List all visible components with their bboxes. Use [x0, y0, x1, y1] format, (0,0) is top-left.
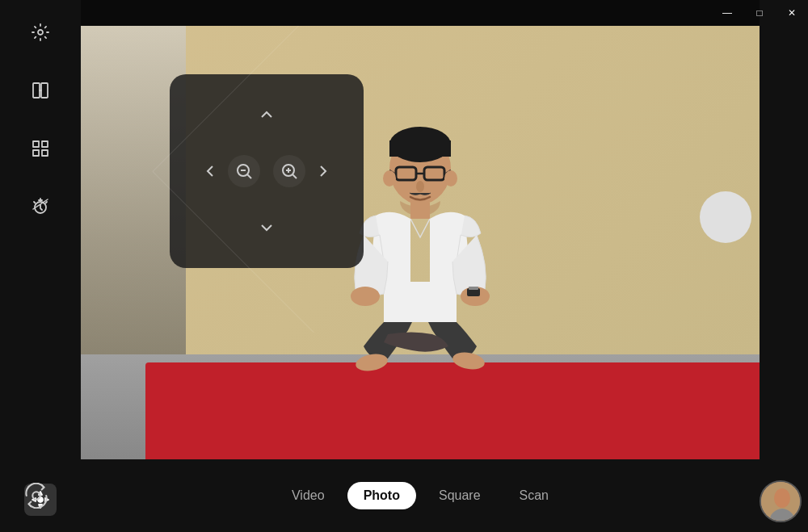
photo-thumbnail[interactable] — [760, 480, 802, 522]
timer-icon[interactable] — [24, 191, 57, 223]
bottom-bar: Video Photo Square Scan — [81, 459, 760, 532]
zoom-out-button[interactable] — [228, 155, 260, 187]
minimize-button[interactable]: — — [711, 0, 743, 26]
dpad-control[interactable] — [170, 74, 364, 268]
sidebar — [0, 0, 81, 532]
viewfinder — [81, 26, 760, 459]
title-bar: — □ ✕ — [711, 0, 808, 26]
mode-square-button[interactable]: Square — [423, 482, 497, 509]
svg-rect-6 — [33, 150, 39, 156]
svg-point-25 — [416, 181, 424, 192]
svg-rect-32 — [469, 287, 478, 290]
grid-icon[interactable] — [24, 132, 57, 165]
svg-line-12 — [46, 202, 48, 203]
dpad-center — [226, 147, 307, 195]
close-button[interactable]: ✕ — [776, 0, 808, 26]
svg-rect-1 — [33, 83, 40, 98]
flip-camera-button[interactable] — [16, 475, 57, 516]
settings-icon[interactable] — [24, 16, 57, 48]
maximize-button[interactable]: □ — [743, 0, 776, 26]
svg-rect-26 — [410, 203, 430, 219]
shutter-button[interactable] — [700, 191, 751, 243]
dpad-up-button[interactable] — [242, 90, 291, 139]
svg-line-39 — [292, 174, 297, 178]
svg-rect-17 — [389, 140, 451, 157]
svg-point-24 — [444, 170, 457, 186]
right-panel — [760, 0, 808, 532]
svg-rect-4 — [33, 141, 39, 147]
svg-point-23 — [383, 170, 396, 186]
zoom-in-button[interactable] — [273, 155, 305, 187]
mode-scan-button[interactable]: Scan — [503, 482, 565, 509]
dpad-down-button[interactable] — [242, 203, 291, 252]
svg-point-41 — [774, 488, 790, 508]
svg-line-35 — [247, 174, 251, 178]
svg-rect-7 — [42, 150, 48, 156]
svg-rect-2 — [41, 83, 48, 98]
mode-photo-button[interactable]: Photo — [347, 482, 416, 509]
sidebar-top — [24, 16, 57, 223]
compare-icon[interactable] — [24, 74, 57, 107]
svg-rect-5 — [42, 141, 48, 147]
svg-point-29 — [351, 287, 380, 306]
thumbnail-image — [761, 482, 800, 521]
svg-point-42 — [32, 492, 40, 499]
svg-point-0 — [38, 30, 43, 35]
mode-video-button[interactable]: Video — [276, 482, 341, 509]
dpad-container — [186, 90, 347, 252]
svg-line-11 — [34, 202, 36, 203]
